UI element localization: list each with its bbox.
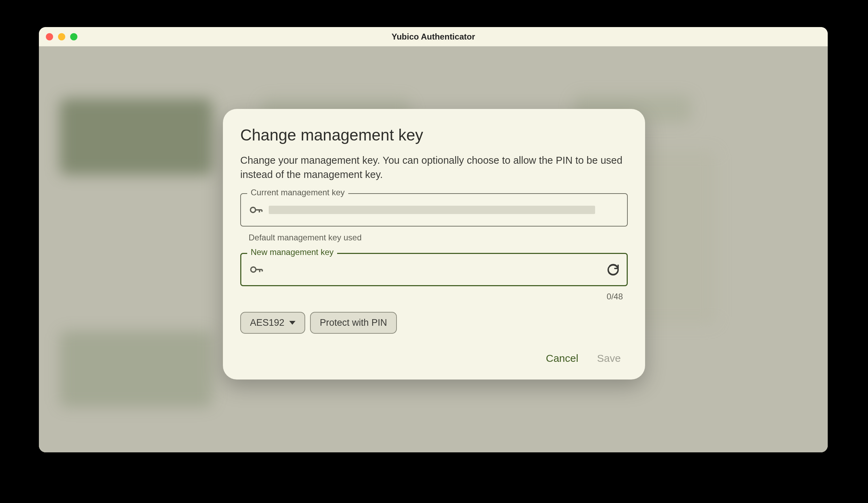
key-icon bbox=[248, 262, 264, 277]
svg-point-4 bbox=[251, 267, 256, 272]
current-key-masked-value bbox=[269, 206, 595, 214]
current-key-field-wrap: Current management key bbox=[240, 193, 628, 227]
protect-with-pin-button[interactable]: Protect with PIN bbox=[310, 312, 397, 334]
current-key-field[interactable]: Current management key bbox=[240, 193, 628, 227]
svg-point-0 bbox=[250, 207, 256, 213]
change-management-key-dialog: Change management key Change your manage… bbox=[223, 109, 645, 380]
save-button[interactable]: Save bbox=[597, 352, 621, 364]
dialog-actions: Cancel Save bbox=[240, 352, 628, 364]
current-key-helper: Default management key used bbox=[240, 229, 628, 242]
dialog-options-row: AES192 Protect with PIN bbox=[240, 312, 628, 334]
titlebar: Yubico Authenticator bbox=[39, 27, 828, 46]
minimize-window-button[interactable] bbox=[58, 33, 65, 40]
app-window: Yubico Authenticator Change management k… bbox=[39, 27, 828, 452]
chevron-down-icon bbox=[289, 321, 295, 325]
new-key-input[interactable] bbox=[269, 264, 601, 275]
maximize-window-button[interactable] bbox=[70, 33, 77, 40]
close-window-button[interactable] bbox=[46, 33, 53, 40]
algorithm-dropdown[interactable]: AES192 bbox=[240, 312, 305, 334]
key-icon bbox=[248, 202, 263, 218]
dialog-description: Change your management key. You can opti… bbox=[240, 153, 628, 181]
new-key-field-wrap: New management key bbox=[240, 253, 628, 286]
window-title: Yubico Authenticator bbox=[39, 32, 828, 42]
cancel-button[interactable]: Cancel bbox=[546, 352, 578, 364]
current-key-label: Current management key bbox=[247, 188, 348, 197]
window-controls bbox=[46, 33, 77, 40]
protect-with-pin-label: Protect with PIN bbox=[320, 317, 387, 328]
new-key-counter: 0/48 bbox=[240, 289, 628, 301]
algorithm-selected: AES192 bbox=[250, 317, 284, 328]
dialog-title: Change management key bbox=[240, 126, 628, 144]
new-key-field[interactable]: New management key bbox=[240, 253, 628, 286]
new-key-label: New management key bbox=[247, 247, 337, 257]
generate-key-icon[interactable] bbox=[607, 263, 620, 276]
